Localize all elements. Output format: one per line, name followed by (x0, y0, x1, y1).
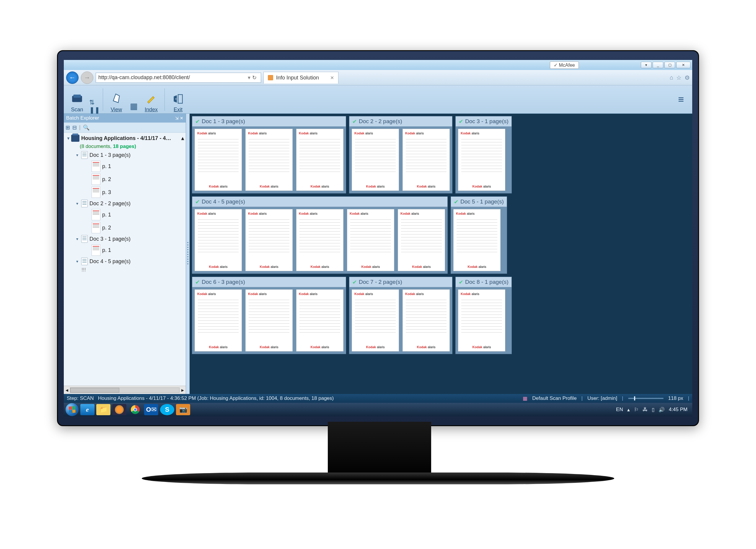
task-ie[interactable]: e (80, 404, 95, 415)
page-thumb-icon (92, 161, 100, 172)
doc-icon (81, 200, 88, 207)
page-node[interactable]: p. 2 (64, 173, 186, 186)
scan-button[interactable]: Scan (67, 86, 87, 113)
doc-node[interactable]: ▾Doc 1 - 3 page(s) (64, 150, 186, 160)
page-thumbnail[interactable]: Kodak alaris Kodak alaris (398, 209, 445, 271)
favicon-icon (268, 75, 273, 80)
doc-node[interactable]: ▾Doc 3 - 1 page(s) (64, 234, 186, 244)
doc-group-header[interactable]: ✔Doc 2 - 2 page(s) (349, 116, 452, 126)
battery-icon[interactable]: ▯ (652, 407, 654, 413)
task-firefox[interactable] (112, 404, 126, 415)
windows-taskbar: e 📁 O✉ S 📷 EN ▴ ⚐ 🖧 ▯ 🔊 4:45 PM (64, 403, 692, 416)
batch-tree[interactable]: ▾ Housing Applications - 4/11/17 - 4…▴ (… (64, 133, 186, 386)
clock[interactable]: 4:45 PM (669, 407, 687, 413)
page-thumbnail[interactable]: Kodak alaris Kodak alaris (352, 129, 399, 191)
page-thumbnail[interactable]: Kodak alaris Kodak alaris (453, 209, 501, 271)
scan-pause-button[interactable]: ⇅❚❚ (89, 86, 100, 113)
exit-icon (172, 92, 185, 105)
thumbnail-button[interactable]: ▦ (128, 86, 139, 113)
search-button[interactable]: 🔍 (83, 124, 89, 131)
panel-header-buttons[interactable]: ⇲ ✕ (175, 116, 183, 120)
page-node[interactable]: p. 1 (64, 208, 186, 221)
lang-indicator[interactable]: EN (616, 407, 623, 413)
page-thumbnail[interactable]: Kodak alaris Kodak alaris (296, 209, 343, 271)
doc-group-header[interactable]: ✔Doc 7 - 2 page(s) (349, 277, 452, 287)
scan-profile[interactable]: Default Scan Profile (532, 395, 576, 401)
page-thumbnail[interactable]: Kodak alaris Kodak alaris (195, 129, 242, 191)
task-explorer[interactable]: 📁 (96, 404, 110, 415)
collapse-all-button[interactable]: ⊟ (72, 124, 77, 131)
dropdown-button[interactable]: ▾ (641, 62, 651, 68)
page-thumbnail[interactable]: Kodak alaris Kodak alaris (403, 129, 450, 191)
page-thumbnail[interactable]: Kodak alaris Kodak alaris (245, 289, 293, 351)
doc-node[interactable]: ▾Doc 2 - 2 page(s) (64, 199, 186, 208)
page-node[interactable]: p. 1 (64, 160, 186, 173)
horizontal-scrollbar[interactable]: ◂▸ (64, 386, 186, 394)
minimize-button[interactable]: _ (653, 62, 663, 68)
forward-button[interactable]: → (81, 71, 93, 84)
task-snip[interactable]: 📷 (176, 404, 190, 415)
tools-icon[interactable]: ⚙ (685, 74, 690, 81)
page-thumbnail[interactable]: Kodak alaris Kodak alaris (403, 289, 450, 351)
page-thumbnail[interactable]: Kodak alaris Kodak alaris (458, 289, 505, 351)
page-thumb-icon (92, 222, 100, 233)
svg-point-3 (175, 98, 176, 99)
back-button[interactable]: ← (66, 71, 79, 84)
grid-icon: ▦ (127, 100, 140, 113)
refresh-icon[interactable]: ↻ (252, 74, 257, 81)
menu-icon[interactable]: ≡ (678, 94, 684, 105)
tray-caret-icon[interactable]: ▴ (627, 407, 630, 413)
page-thumbnail[interactable]: Kodak alaris Kodak alaris (458, 129, 505, 191)
action-center-icon[interactable]: ⚐ (634, 407, 638, 413)
start-button[interactable] (66, 403, 79, 416)
close-button[interactable]: ✕ (676, 62, 690, 68)
doc-group-header[interactable]: ✔Doc 5 - 1 page(s) (451, 197, 507, 207)
batch-explorer-panel: Batch Explorer ⇲ ✕ ⊞ ⊟ | 🔍 ▾ Housing App… (64, 114, 186, 394)
doc-group-header[interactable]: ✔Doc 3 - 1 page(s) (456, 116, 511, 126)
expand-all-button[interactable]: ⊞ (66, 124, 70, 131)
zoom-slider[interactable] (628, 398, 664, 399)
exit-button[interactable]: Exit (168, 86, 188, 113)
doc-group-header[interactable]: ✔Doc 8 - 1 page(s) (456, 277, 511, 287)
task-outlook[interactable]: O✉ (144, 404, 158, 415)
network-icon[interactable]: 🖧 (643, 407, 648, 413)
sound-icon[interactable]: 🔊 (659, 407, 665, 413)
favorites-icon[interactable]: ☆ (676, 74, 682, 81)
check-icon: ✔ (454, 198, 459, 205)
page-node[interactable]: p. 1 (64, 244, 186, 257)
page-thumbnail[interactable]: Kodak alaris Kodak alaris (352, 289, 399, 351)
tab-close-icon[interactable]: ✕ (330, 75, 334, 81)
browser-tab[interactable]: Info Input Solution ✕ (263, 72, 338, 84)
home-icon[interactable]: ⌂ (670, 74, 673, 81)
doc-group: ✔Doc 5 - 1 page(s) Kodak alaris Kodak al… (451, 196, 507, 274)
zoom-value: 118 px (668, 395, 683, 401)
maximize-button[interactable]: ▢ (664, 62, 675, 68)
panel-header: Batch Explorer ⇲ ✕ (64, 114, 186, 123)
doc-group-header[interactable]: ✔Doc 4 - 5 page(s) (192, 197, 447, 207)
page-thumbnail[interactable]: Kodak alaris Kodak alaris (347, 209, 394, 271)
task-skype[interactable]: S (160, 404, 174, 415)
doc-group-header[interactable]: ✔Doc 1 - 3 page(s) (192, 116, 346, 126)
page-thumbnail[interactable]: Kodak alaris Kodak alaris (195, 209, 242, 271)
doc-group: ✔Doc 1 - 3 page(s) Kodak alaris Kodak al… (192, 116, 346, 193)
index-button[interactable]: Index (141, 86, 162, 113)
page-thumbnail[interactable]: Kodak alaris Kodak alaris (245, 209, 293, 271)
doc-group-header[interactable]: ✔Doc 6 - 3 page(s) (192, 277, 346, 287)
address-bar[interactable]: http://qa-cam.cloudapp.net:8080/client/ … (96, 73, 261, 83)
page-thumbnail[interactable]: Kodak alaris Kodak alaris (296, 289, 343, 351)
doc-group: ✔Doc 2 - 2 page(s) Kodak alaris Kodak al… (349, 116, 452, 193)
check-icon: ✔ (459, 279, 463, 286)
batch-node[interactable]: ▾ Housing Applications - 4/11/17 - 4…▴ (64, 134, 186, 143)
splitter-handle[interactable] (186, 114, 190, 394)
page-thumbnail[interactable]: Kodak alaris Kodak alaris (296, 129, 343, 191)
page-node[interactable]: p. 3 (64, 186, 186, 199)
doc-node[interactable]: ▾Doc 4 - 5 page(s) (64, 257, 186, 266)
page-thumbnail[interactable]: Kodak alaris Kodak alaris (245, 129, 293, 191)
page-node[interactable]: p. 2 (64, 221, 186, 234)
doc-icon (81, 258, 88, 265)
view-button[interactable]: View (106, 86, 127, 113)
batch-counts: (8 documents, 18 pages) (64, 143, 186, 150)
arrows-icon: ⇅❚❚ (88, 100, 101, 113)
page-thumbnail[interactable]: Kodak alaris Kodak alaris (195, 289, 242, 351)
task-chrome[interactable] (128, 404, 142, 415)
